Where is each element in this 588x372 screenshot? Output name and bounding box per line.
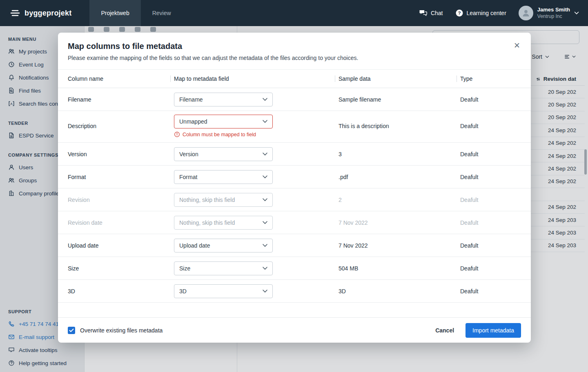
mapping-row-version: Version Version 3 Deafult (58, 143, 531, 166)
learning-center-label: Learning center (467, 10, 506, 16)
chat-icon (419, 9, 428, 17)
mapping-table: Column name Map to metadata field Sample… (58, 69, 531, 343)
metadata-field-select[interactable]: Version (174, 147, 273, 161)
header-type: Type (457, 75, 531, 82)
tab-review[interactable]: Review (141, 0, 183, 26)
modal-title: Map columns to file metadata (68, 42, 521, 51)
type-value: Deafult (457, 123, 531, 129)
chevron-down-icon (263, 98, 267, 101)
mapping-row-format: Format Format .pdf Deafult (58, 166, 531, 188)
avatar (519, 6, 533, 20)
column-name: Description (68, 123, 170, 129)
mapping-row-revision-date: Revision date Nothing, skip this field 7… (58, 211, 531, 234)
column-name: Upload date (68, 242, 170, 249)
header-map-to-field: Map to metadata field (170, 75, 335, 82)
map-columns-modal: Map columns to file metadata Please exam… (58, 33, 531, 343)
column-name: Version (68, 151, 170, 157)
learning-center-button[interactable]: ? Learning center (455, 9, 506, 17)
chevron-down-icon (263, 244, 267, 247)
metadata-field-select[interactable]: Format (174, 170, 273, 184)
select-value: Unmapped (179, 118, 207, 125)
user-menu[interactable]: James Smith Ventrup Inc (519, 6, 579, 20)
select-value: Version (179, 151, 198, 157)
chat-label: Chat (431, 10, 443, 16)
mapping-row-filename: Filename Filename Sample filename Deaful… (58, 88, 531, 111)
select-value: Nothing, skip this field (179, 219, 235, 226)
overwrite-checkbox-wrap[interactable]: Overwrite existing files metadata (68, 327, 163, 334)
mapping-row-3d: 3D 3D 3D Deafult (58, 280, 531, 303)
metadata-field-select[interactable]: 3D (174, 284, 273, 298)
mapping-row-revision: Revision Nothing, skip this field 2 Deaf… (58, 188, 531, 211)
select-value: Filename (179, 96, 203, 103)
select-value: Upload date (179, 242, 210, 249)
checkbox-label: Overwrite existing files metadata (80, 327, 163, 334)
select-value: 3D (179, 288, 187, 294)
chevron-down-icon (574, 11, 579, 15)
field-error: Column must be mapped to field (174, 131, 335, 137)
type-value: Deafult (457, 96, 531, 103)
logo-icon (10, 9, 20, 17)
chevron-down-icon (263, 175, 267, 179)
type-value: Deafult (457, 242, 531, 249)
column-name: Size (68, 265, 170, 272)
chevron-down-icon (263, 153, 267, 156)
chevron-down-icon (263, 120, 267, 123)
select-value: Nothing, skip this field (179, 197, 235, 203)
brand-logo[interactable]: byggeprojekt (0, 0, 81, 26)
select-value: Format (179, 174, 197, 180)
tab-projektweb-label: Projektweb (101, 10, 129, 16)
chat-button[interactable]: Chat (419, 9, 443, 17)
question-circle-icon: ? (455, 9, 463, 17)
type-value: Deafult (457, 151, 531, 157)
metadata-field-select[interactable]: Unmapped (174, 115, 273, 128)
chevron-down-icon (263, 290, 267, 293)
type-value: Deafult (457, 265, 531, 272)
mapping-row-upload-date: Upload date Upload date 7 Nov 2022 Deafu… (58, 234, 531, 257)
sample-data: 3 (335, 151, 457, 157)
tab-review-label: Review (152, 10, 171, 16)
svg-text:?: ? (458, 11, 461, 16)
chevron-down-icon (263, 267, 267, 270)
sample-data: .pdf (335, 174, 457, 180)
brand-name: byggeprojekt (24, 9, 71, 18)
column-name: Revision date (68, 219, 170, 226)
metadata-field-select[interactable]: Filename (174, 93, 273, 106)
sample-data: 504 MB (335, 265, 457, 272)
type-value: Deafult (457, 197, 531, 203)
modal-header: Map columns to file metadata Please exam… (58, 33, 531, 69)
error-text: Column must be mapped to field (183, 132, 256, 137)
metadata-field-select[interactable]: Upload date (174, 239, 273, 252)
metadata-field-select[interactable]: Nothing, skip this field (174, 216, 273, 230)
mapping-row-size: Size Size 504 MB Deafult (58, 257, 531, 280)
sample-data: Sample filename (335, 96, 457, 103)
sample-data: 2 (335, 197, 457, 203)
metadata-field-select[interactable]: Size (174, 261, 273, 275)
sample-data: 7 Nov 2022 (335, 242, 457, 249)
column-name: Revision (68, 197, 170, 203)
tab-projektweb[interactable]: Projektweb (89, 0, 140, 26)
modal-footer: Overwrite existing files metadata Cancel… (58, 317, 531, 343)
sample-data: 3D (335, 288, 457, 294)
error-icon (174, 131, 180, 137)
header-sample-data: Sample data (335, 75, 457, 82)
sample-data: This is a description (335, 123, 457, 129)
select-value: Size (179, 265, 190, 272)
type-value: Deafult (457, 174, 531, 180)
mapping-table-header: Column name Map to metadata field Sample… (58, 69, 531, 88)
type-value: Deafult (457, 219, 531, 226)
chevron-down-icon (263, 221, 267, 224)
metadata-field-select[interactable]: Nothing, skip this field (174, 193, 273, 207)
user-company: Ventrup Inc (537, 13, 570, 20)
checkbox-checked-icon[interactable] (68, 327, 75, 334)
type-value: Deafult (457, 288, 531, 294)
cancel-button[interactable]: Cancel (435, 327, 454, 334)
mapping-row-description: Description Unmapped Column must be mapp… (58, 111, 531, 143)
modal-subtitle: Please examine the mapping of the fields… (68, 55, 521, 61)
nav-tabs: Projektweb Review (89, 0, 182, 26)
close-icon[interactable]: ✕ (512, 40, 522, 51)
header-column-name: Column name (68, 75, 170, 82)
import-metadata-button[interactable]: Import metadata (466, 323, 521, 338)
sample-data: 7 Nov 2022 (335, 219, 457, 226)
navbar-right: Chat ? Learning center James Smith Ventr… (419, 0, 588, 26)
top-navbar: byggeprojekt Projektweb Review Chat ? Le… (0, 0, 588, 26)
